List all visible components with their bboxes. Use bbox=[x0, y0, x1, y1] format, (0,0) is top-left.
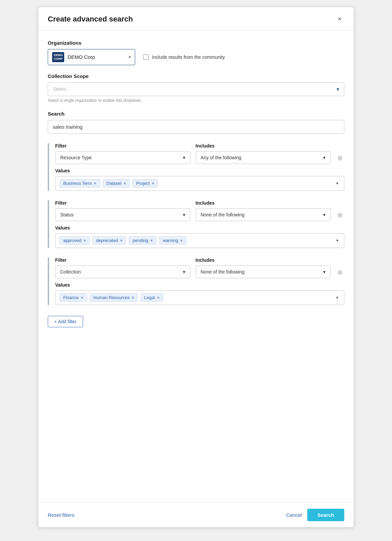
filter-block-collection: Filter Collection Includes None of the f… bbox=[48, 257, 344, 305]
org-row: DEMO CORP DEMO Corp Include results from… bbox=[48, 49, 344, 65]
includes-col-3: Includes None of the following bbox=[196, 257, 331, 278]
filter-block-status: Filter Status Includes None of the follo… bbox=[48, 200, 344, 248]
tag-business-term: Business Term × bbox=[60, 179, 100, 188]
values-tags-3: Finance × Human Resources × Legal × bbox=[60, 293, 332, 302]
collection-scope-hint: Select a single organization to enable t… bbox=[48, 98, 344, 103]
close-button[interactable]: × bbox=[335, 14, 344, 24]
includes-chevron-2 bbox=[323, 212, 325, 217]
includes-select-3[interactable]: None of the following bbox=[196, 265, 331, 278]
remove-filter-button-1[interactable]: ⊗ bbox=[336, 153, 344, 163]
values-section-3: Values Finance × Human Resources × Legal bbox=[55, 282, 344, 305]
includes-label-1: Includes bbox=[196, 143, 331, 149]
values-section-2: Values approved × deprecated × pending bbox=[55, 225, 344, 248]
modal-header: Create advanced search × bbox=[38, 7, 354, 31]
filter-col-2: Filter Status bbox=[55, 200, 190, 221]
filter-col-1: Filter Resource Type bbox=[55, 143, 190, 164]
remove-tag-human-resources[interactable]: × bbox=[132, 295, 134, 300]
values-chevron-3[interactable] bbox=[335, 294, 340, 301]
remove-filter-button-2[interactable]: ⊗ bbox=[336, 210, 344, 220]
tag-project: Project × bbox=[132, 179, 158, 188]
values-label-1: Values bbox=[55, 168, 344, 173]
collection-scope-chevron-icon bbox=[337, 86, 339, 92]
values-chevron-2[interactable] bbox=[335, 237, 340, 244]
includes-select-1[interactable]: Any of the following bbox=[196, 151, 331, 164]
filter-type-select-1[interactable]: Resource Type bbox=[55, 151, 190, 164]
values-box-1[interactable]: Business Term × Dataset × Project × bbox=[55, 176, 344, 191]
collection-scope-section: Collection Scope Select... Select a sing… bbox=[48, 73, 344, 103]
org-name: DEMO Corp bbox=[68, 54, 125, 60]
tag-pending: pending × bbox=[129, 236, 156, 245]
values-box-3[interactable]: Finance × Human Resources × Legal × bbox=[55, 290, 344, 305]
collection-scope-select[interactable]: Select... bbox=[48, 82, 344, 96]
includes-col-2: Includes None of the following bbox=[196, 200, 331, 221]
search-input[interactable] bbox=[48, 120, 344, 134]
filter-type-value-1: Resource Type bbox=[60, 155, 92, 160]
remove-tag-dataset[interactable]: × bbox=[123, 181, 126, 186]
includes-select-2[interactable]: None of the following bbox=[196, 208, 331, 221]
tag-dataset: Dataset × bbox=[103, 179, 130, 188]
org-logo: DEMO CORP bbox=[52, 52, 64, 62]
remove-tag-business-term[interactable]: × bbox=[94, 181, 96, 186]
values-tags-1: Business Term × Dataset × Project × bbox=[60, 179, 332, 188]
organization-select[interactable]: DEMO CORP DEMO Corp bbox=[48, 49, 135, 65]
filter-label-3: Filter bbox=[55, 257, 190, 263]
filter-row-1: Filter Resource Type Includes Any of the… bbox=[55, 143, 344, 164]
tag-legal: Legal × bbox=[141, 293, 163, 302]
community-label: Include results from the community bbox=[152, 54, 225, 60]
includes-value-2: None of the following bbox=[201, 212, 245, 217]
filter-block-resource-type: Filter Resource Type Includes Any of the… bbox=[48, 143, 344, 191]
filter-type-select-2[interactable]: Status bbox=[55, 208, 190, 221]
modal-body: Organizations DEMO CORP DEMO Corp Includ… bbox=[38, 31, 354, 502]
remove-tag-legal[interactable]: × bbox=[157, 295, 160, 300]
modal-title: Create advanced search bbox=[48, 15, 133, 24]
filter-label-1: Filter bbox=[55, 143, 190, 149]
remove-filter-button-3[interactable]: ⊗ bbox=[336, 267, 344, 278]
filter-type-chevron-1 bbox=[183, 155, 185, 160]
collection-scope-label: Collection Scope bbox=[48, 73, 344, 79]
filter-type-chevron-3 bbox=[183, 269, 185, 275]
remove-tag-approved[interactable]: × bbox=[83, 238, 86, 243]
footer-right: Cancel Search bbox=[286, 509, 344, 521]
community-row: Include results from the community bbox=[143, 54, 225, 60]
remove-tag-finance[interactable]: × bbox=[81, 295, 83, 300]
modal-footer: Reset filters Cancel Search bbox=[38, 502, 354, 527]
includes-chevron-3 bbox=[323, 269, 325, 275]
includes-value-1: Any of the following bbox=[201, 155, 241, 160]
tag-approved: approved × bbox=[60, 236, 90, 245]
reset-filters-button[interactable]: Reset filters bbox=[48, 512, 74, 518]
advanced-search-modal: Create advanced search × Organizations D… bbox=[38, 7, 354, 528]
filter-type-chevron-2 bbox=[183, 212, 185, 217]
filter-row-2: Filter Status Includes None of the follo… bbox=[55, 200, 344, 221]
remove-tag-pending[interactable]: × bbox=[150, 238, 153, 243]
add-filter-button[interactable]: + Add filter bbox=[48, 316, 83, 327]
includes-label-3: Includes bbox=[196, 257, 331, 263]
values-chevron-1[interactable] bbox=[335, 180, 340, 186]
org-chevron-icon bbox=[129, 55, 131, 59]
search-section: Search bbox=[48, 111, 344, 134]
remove-tag-deprecated[interactable]: × bbox=[120, 238, 123, 243]
filter-remove-1: ⊗ bbox=[336, 143, 344, 163]
values-tags-2: approved × deprecated × pending × warn bbox=[60, 236, 332, 245]
cancel-button[interactable]: Cancel bbox=[286, 512, 302, 518]
filter-remove-2: ⊗ bbox=[336, 200, 344, 220]
values-section-1: Values Business Term × Dataset × Project bbox=[55, 168, 344, 191]
values-box-2[interactable]: approved × deprecated × pending × warn bbox=[55, 233, 344, 248]
filter-row-3: Filter Collection Includes None of the f… bbox=[55, 257, 344, 278]
includes-col-1: Includes Any of the following bbox=[196, 143, 331, 164]
tag-finance: Finance × bbox=[60, 293, 87, 302]
tag-human-resources: Human Resources × bbox=[90, 293, 138, 302]
filter-remove-3: ⊗ bbox=[336, 257, 344, 278]
tag-deprecated: deprecated × bbox=[92, 236, 126, 245]
remove-tag-project[interactable]: × bbox=[152, 181, 154, 186]
values-label-2: Values bbox=[55, 225, 344, 231]
includes-chevron-1 bbox=[323, 155, 325, 160]
values-label-3: Values bbox=[55, 282, 344, 288]
community-checkbox[interactable] bbox=[143, 54, 149, 60]
collection-scope-placeholder: Select... bbox=[53, 86, 70, 92]
filter-label-2: Filter bbox=[55, 200, 190, 206]
remove-tag-warning[interactable]: × bbox=[180, 238, 183, 243]
filter-type-select-3[interactable]: Collection bbox=[55, 265, 190, 278]
search-label: Search bbox=[48, 111, 344, 117]
search-button[interactable]: Search bbox=[307, 509, 344, 521]
filter-type-value-2: Status bbox=[60, 212, 74, 217]
